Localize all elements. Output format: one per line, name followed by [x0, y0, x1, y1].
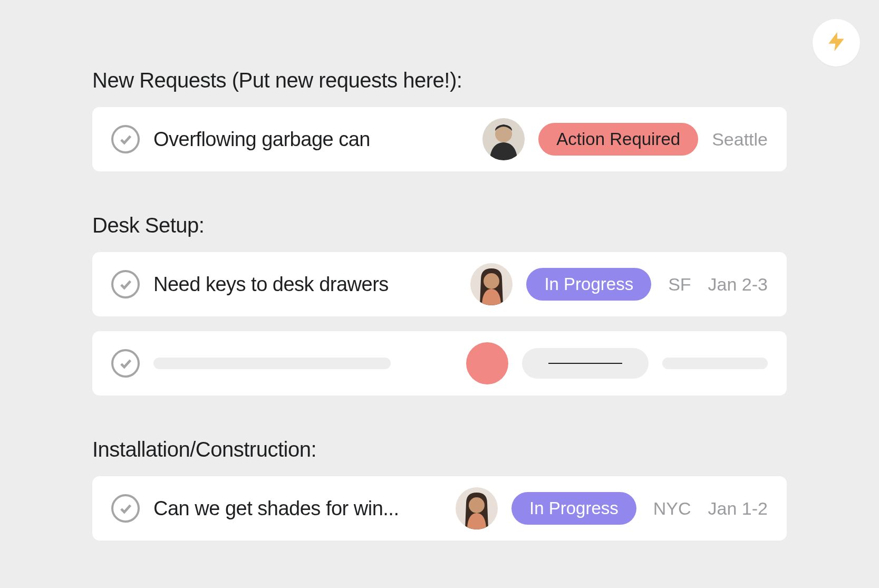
- placeholder-meta: [662, 358, 768, 369]
- svg-point-2: [469, 497, 485, 513]
- status-badge[interactable]: In Progress: [526, 268, 651, 301]
- task-row-placeholder[interactable]: [92, 331, 787, 396]
- complete-checkbox[interactable]: [111, 349, 140, 378]
- task-date: Jan 1-2: [708, 498, 768, 519]
- task-title[interactable]: Overflowing garbage can: [153, 128, 469, 151]
- assignee-avatar[interactable]: [482, 118, 525, 160]
- task-date: Jan 2-3: [708, 274, 768, 295]
- status-badge[interactable]: Action Required: [538, 123, 698, 156]
- assignee-avatar-placeholder[interactable]: [466, 342, 508, 384]
- section-new-requests: New Requests (Put new requests here!): O…: [92, 69, 787, 171]
- task-location: SF: [668, 274, 691, 295]
- task-row[interactable]: Need keys to desk drawers In Progress SF…: [92, 252, 787, 316]
- section-title[interactable]: Desk Setup:: [92, 214, 787, 237]
- task-location: Seattle: [712, 129, 768, 150]
- assignee-avatar[interactable]: [470, 263, 513, 305]
- section-title[interactable]: Installation/Construction:: [92, 438, 787, 461]
- section-desk-setup: Desk Setup: Need keys to desk drawers In…: [92, 214, 787, 396]
- assignee-avatar[interactable]: [456, 487, 498, 529]
- task-row[interactable]: Overflowing garbage can Action Required …: [92, 107, 787, 171]
- status-badge[interactable]: In Progress: [511, 492, 636, 525]
- placeholder-title: [153, 358, 391, 369]
- complete-checkbox[interactable]: [111, 494, 140, 523]
- complete-checkbox[interactable]: [111, 270, 140, 298]
- bolt-icon: [825, 30, 848, 55]
- section-title[interactable]: New Requests (Put new requests here!):: [92, 69, 787, 92]
- task-title[interactable]: Need keys to desk drawers: [153, 273, 457, 296]
- complete-checkbox[interactable]: [111, 125, 140, 153]
- svg-point-1: [484, 273, 499, 289]
- task-sections: New Requests (Put new requests here!): O…: [0, 0, 879, 541]
- section-installation-construction: Installation/Construction: Can we get sh…: [92, 438, 787, 541]
- task-title[interactable]: Can we get shades for win...: [153, 497, 442, 520]
- task-row[interactable]: Can we get shades for win... In Progress…: [92, 476, 787, 541]
- task-location: NYC: [653, 498, 691, 519]
- automation-bolt-button[interactable]: [813, 19, 860, 66]
- placeholder-status: [522, 348, 649, 379]
